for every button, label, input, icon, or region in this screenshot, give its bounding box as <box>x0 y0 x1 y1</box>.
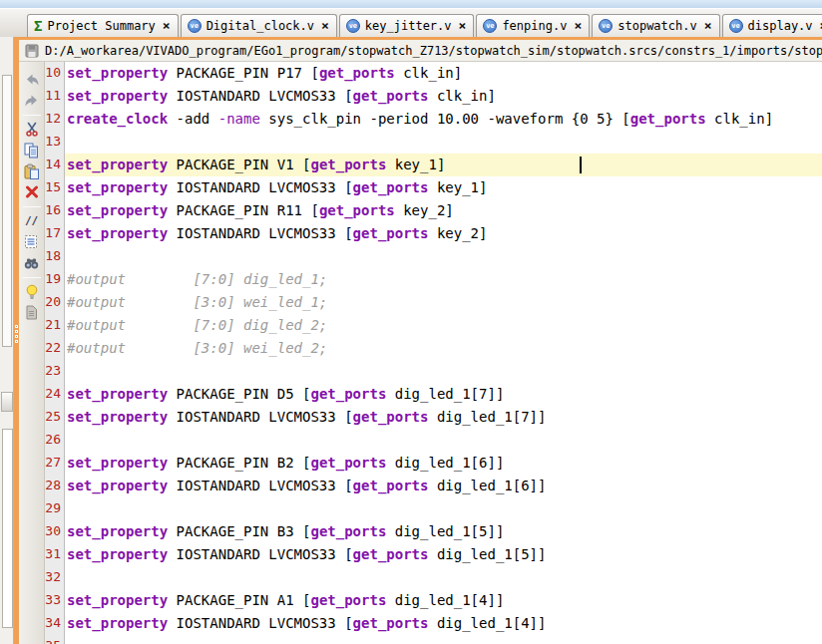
vivado-editor-window: ΣProject Summary×veDigital_clock.v×vekey… <box>0 0 822 644</box>
splitter-grip-icon[interactable] <box>15 325 19 345</box>
close-tab-icon[interactable]: × <box>818 21 822 31</box>
code-line: 22#output [3:0] wei_led_2; <box>45 337 822 360</box>
close-tab-icon[interactable]: × <box>572 21 582 31</box>
line-number: 35 <box>45 635 65 644</box>
code-text[interactable]: set_property IOSTANDARD LVCMOS33 [get_po… <box>65 475 822 497</box>
line-number: 10 <box>45 62 65 85</box>
code-line: 10set_property PACKAGE_PIN P17 [get_port… <box>45 62 822 85</box>
editor-toolbar: // <box>19 62 45 644</box>
undo-icon[interactable] <box>22 70 42 89</box>
verilog-file-icon: ve <box>729 19 743 33</box>
code-line: 24set_property PACKAGE_PIN D5 [get_ports… <box>45 383 822 406</box>
lightbulb-icon[interactable] <box>22 282 42 301</box>
code-text[interactable]: set_property PACKAGE_PIN B2 [get_ports d… <box>65 452 822 475</box>
tab-digital-clock-v[interactable]: veDigital_clock.v× <box>181 14 337 37</box>
tab-label: Project Summary <box>47 19 155 33</box>
line-number: 17 <box>45 222 65 245</box>
code-line: 29 <box>45 497 822 520</box>
tab-project-summary[interactable]: ΣProject Summary× <box>27 14 179 37</box>
code-line: 34set_property IOSTANDARD LVCMOS33 [get_… <box>45 612 822 635</box>
tab-label: Digital_clock.v <box>206 19 314 33</box>
code-line: 31set_property IOSTANDARD LVCMOS33 [get_… <box>45 543 822 566</box>
code-text[interactable] <box>65 360 822 383</box>
tab-label: key_jitter.v <box>365 19 452 33</box>
toolbar-separator <box>23 206 41 207</box>
tab-fenping-v[interactable]: vefenping.v× <box>476 14 590 37</box>
tab-key-jitter-v[interactable]: vekey_jitter.v× <box>339 14 475 37</box>
code-text[interactable] <box>65 566 822 589</box>
tab-display-v[interactable]: vedisplay.v× <box>722 14 822 37</box>
code-text[interactable] <box>65 429 822 452</box>
line-number: 12 <box>45 108 65 131</box>
code-text[interactable]: #output [7:0] dig_led_2; <box>65 314 822 337</box>
tab-label: display.v <box>748 19 813 33</box>
column-select-icon[interactable] <box>22 232 42 251</box>
tab-stopwatch-v[interactable]: vestopwatch.v× <box>592 14 719 37</box>
code-line: 16set_property PACKAGE_PIN R11 [get_port… <box>45 199 822 222</box>
line-number: 18 <box>45 245 65 268</box>
line-number: 24 <box>45 383 65 406</box>
paste-icon[interactable] <box>22 161 42 180</box>
comment-icon[interactable]: // <box>22 211 42 230</box>
line-number: 27 <box>45 452 65 475</box>
save-file-icon[interactable] <box>19 44 45 58</box>
code-line: 13 <box>45 131 822 154</box>
code-text[interactable] <box>65 635 822 644</box>
redo-icon[interactable] <box>22 91 42 110</box>
code-text[interactable]: #output [3:0] wei_led_2; <box>65 337 822 360</box>
code-text[interactable]: set_property PACKAGE_PIN R11 [get_ports … <box>65 199 822 222</box>
code-text[interactable]: set_property IOSTANDARD LVCMOS33 [get_po… <box>65 176 822 199</box>
cut-icon[interactable] <box>22 120 42 139</box>
line-number: 25 <box>45 406 65 429</box>
code-line: 17set_property IOSTANDARD LVCMOS33 [get_… <box>45 222 822 245</box>
code-text[interactable]: set_property PACKAGE_PIN P17 [get_ports … <box>65 62 822 85</box>
editor-body: // 10set_property PACKAGE_PIN P17 [get_p… <box>19 62 822 644</box>
copy-icon[interactable] <box>22 141 42 160</box>
code-text[interactable]: set_property PACKAGE_PIN D5 [get_ports d… <box>65 383 822 406</box>
code-text[interactable]: create_clock -add -name sys_clk_pin -per… <box>65 108 822 131</box>
code-text[interactable]: #output [3:0] wei_led_1; <box>65 291 822 314</box>
line-number: 20 <box>45 291 65 314</box>
code-line: 14set_property PACKAGE_PIN V1 [get_ports… <box>45 154 822 176</box>
code-line: 15set_property IOSTANDARD LVCMOS33 [get_… <box>45 176 822 199</box>
code-text[interactable]: set_property IOSTANDARD LVCMOS33 [get_po… <box>65 222 822 245</box>
line-number: 15 <box>45 176 65 199</box>
code-text[interactable]: set_property IOSTANDARD LVCMOS33 [get_po… <box>65 406 822 429</box>
code-text[interactable]: set_property PACKAGE_PIN A1 [get_ports d… <box>65 589 822 612</box>
line-number: 16 <box>45 199 65 222</box>
close-tab-icon[interactable]: × <box>457 21 467 31</box>
line-number: 34 <box>45 612 65 635</box>
code-line: 12create_clock -add -name sys_clk_pin -p… <box>45 108 822 131</box>
code-text[interactable] <box>65 497 822 520</box>
code-text[interactable]: set_property IOSTANDARD LVCMOS33 [get_po… <box>65 543 822 566</box>
line-number: 21 <box>45 314 65 337</box>
code-line: 27set_property PACKAGE_PIN B2 [get_ports… <box>45 452 822 475</box>
line-number: 26 <box>45 429 65 452</box>
editor-pane: D:/A_workarea/VIVADO_program/EGo1_progra… <box>14 37 822 644</box>
close-tab-icon[interactable]: × <box>702 21 712 31</box>
code-line: 21#output [7:0] dig_led_2; <box>45 314 822 337</box>
verilog-file-icon: ve <box>188 19 202 33</box>
verilog-file-icon: ve <box>483 19 497 33</box>
template-icon[interactable] <box>22 303 42 322</box>
code-text[interactable]: set_property IOSTANDARD LVCMOS33 [get_po… <box>65 85 822 108</box>
left-panel-edge <box>0 37 14 644</box>
window-top-strip <box>0 0 822 9</box>
line-number: 33 <box>45 589 65 612</box>
code-text[interactable]: set_property PACKAGE_PIN V1 [get_ports k… <box>65 154 822 176</box>
code-text[interactable]: set_property IOSTANDARD LVCMOS33 [get_po… <box>65 612 822 635</box>
delete-icon[interactable] <box>22 182 42 201</box>
background-panel-header <box>1 392 13 412</box>
tab-label: stopwatch.v <box>617 19 696 33</box>
find-icon[interactable] <box>22 253 42 272</box>
code-text[interactable] <box>65 131 822 154</box>
line-number: 14 <box>45 154 65 176</box>
code-line: 18 <box>45 245 822 268</box>
close-tab-icon[interactable]: × <box>161 21 171 31</box>
code-text[interactable]: set_property PACKAGE_PIN B3 [get_ports d… <box>65 520 822 543</box>
close-tab-icon[interactable]: × <box>319 21 329 31</box>
code-text[interactable] <box>65 245 822 268</box>
code-text[interactable]: #output [7:0] dig_led_1; <box>65 268 822 291</box>
background-panel-border <box>2 75 12 347</box>
line-number: 22 <box>45 337 65 360</box>
